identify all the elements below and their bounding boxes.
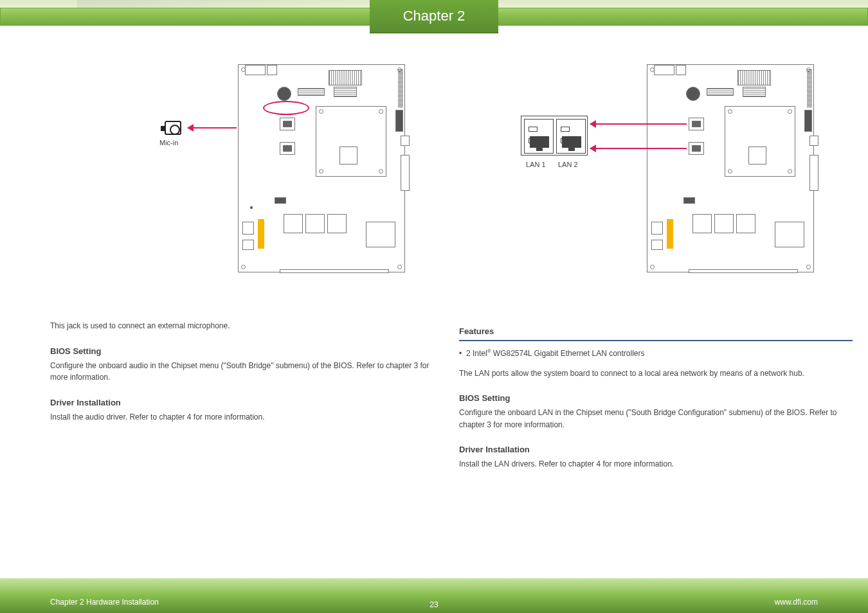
chip-icon [298, 88, 325, 96]
cpu-socket-icon [316, 106, 386, 177]
page-footer: Chapter 2 Hardware Installation 23 www.d… [0, 578, 868, 613]
io-port-icon [689, 118, 704, 130]
lan2-arrow-icon [590, 148, 687, 149]
socket-hole-icon [788, 169, 792, 173]
lan-ports-block-icon [521, 116, 588, 155]
io-slot-icon [692, 121, 701, 127]
driver-install-text: Install the LAN drivers. Refer to chapte… [459, 458, 853, 470]
jumper-dot-icon [250, 206, 253, 209]
lan-diagram: LAN 1 LAN 2 [459, 51, 853, 302]
socket-hole-icon [728, 169, 732, 173]
io-slot-icon [283, 145, 292, 152]
io-port-icon [280, 142, 295, 155]
cpu-die-icon [748, 147, 766, 164]
chip-icon [737, 70, 771, 85]
board-outline [647, 64, 814, 272]
chip-icon [329, 70, 362, 85]
mic-intro-text: This jack is used to connect an external… [50, 320, 444, 332]
mic-highlight-ellipse-icon [263, 101, 309, 115]
front-panel-icon [242, 240, 254, 250]
driver-install-title: Driver Installation [50, 398, 444, 407]
right-column: LAN 1 LAN 2 Features • 2 Intel® WG82574L… [459, 51, 853, 470]
io-port-icon [280, 118, 295, 130]
side-connector-icon [401, 136, 410, 146]
features-separator [459, 340, 853, 341]
socket-hole-icon [379, 109, 383, 114]
chip-icon [743, 87, 766, 97]
bios-setting-title: BIOS Setting [459, 393, 853, 403]
footer-right-text: www.dfi.com [775, 598, 818, 607]
chip-icon [707, 88, 734, 96]
front-panel-icon [651, 240, 663, 250]
bios-setting-text: Configure the onboard audio in the Chips… [50, 360, 444, 384]
front-panel-icon [651, 222, 663, 235]
board-outline [238, 64, 405, 272]
mic-arrow-icon [188, 127, 237, 129]
lan-led-icon [561, 123, 583, 128]
header-icon [804, 110, 812, 132]
left-column: Mic-in This jack is used to connect an e… [50, 51, 444, 423]
feature-text-suffix: WG82574L Gigabit Ethernet LAN controller… [491, 349, 644, 358]
side-connector-icon [401, 155, 410, 191]
socket-hole-icon [379, 169, 383, 173]
socket-hole-icon [728, 109, 732, 114]
lan2-label: LAN 2 [558, 159, 578, 170]
edge-connector-icon [689, 269, 798, 273]
top-connector-icon [654, 65, 674, 75]
front-panel-icon [242, 222, 254, 235]
slot-icon [692, 214, 712, 233]
io-slot-icon [283, 121, 292, 127]
battery-icon [686, 87, 700, 101]
mounting-hole-icon [806, 265, 811, 269]
bios-setting-text: Configure the onboard LAN in the Chipset… [459, 407, 853, 431]
cpu-socket-icon [725, 106, 795, 177]
driver-install-text: Install the audio driver. Refer to chapt… [50, 411, 444, 423]
driver-install-title: Driver Installation [459, 445, 853, 454]
top-connector-icon [676, 65, 686, 75]
io-port-icon [689, 142, 704, 155]
lan1-label: LAN 1 [526, 159, 546, 170]
slot-icon [714, 214, 734, 233]
chapter-tab: Chapter 2 [370, 0, 498, 32]
jumper-icon [275, 197, 286, 204]
edge-connector-icon [280, 269, 389, 273]
header-icon [395, 110, 403, 132]
top-connector-icon [245, 65, 266, 75]
chip-icon [334, 87, 357, 97]
mic-in-diagram: Mic-in [50, 51, 444, 302]
mounting-hole-icon [397, 265, 402, 269]
footer-page-number: 23 [424, 600, 444, 609]
slot-icon [327, 214, 347, 233]
side-connector-icon [809, 136, 818, 146]
features-title: Features [459, 326, 853, 336]
bios-setting-title: BIOS Setting [50, 346, 444, 356]
socket-hole-icon [788, 109, 792, 114]
socket-hole-icon [319, 109, 323, 114]
lan-led-icon [529, 123, 550, 128]
footer-left-text: Chapter 2 Hardware Installation [50, 598, 159, 607]
jumper-icon [683, 197, 695, 204]
feature-text-prefix: 2 Intel [466, 349, 487, 358]
lan-intro-text: The LAN ports allow the system board to … [459, 368, 853, 380]
slot-icon [736, 214, 755, 233]
slot-icon [284, 214, 303, 233]
connector-icon [775, 222, 804, 247]
side-connector-icon [809, 155, 818, 191]
connector-icon [366, 222, 395, 247]
mic-in-label: Mic-in [159, 138, 178, 148]
lan1-port-icon [524, 119, 554, 154]
lan1-arrow-icon [590, 123, 687, 125]
io-slot-icon [692, 145, 701, 152]
socket-hole-icon [319, 169, 323, 173]
mic-jack-icon [165, 121, 185, 136]
lan2-port-icon [556, 119, 586, 154]
gold-header-icon [667, 219, 673, 249]
cpu-die-icon [339, 147, 357, 164]
battery-icon [277, 87, 291, 101]
mounting-hole-icon [241, 265, 246, 269]
mounting-hole-icon [650, 265, 655, 269]
slot-icon [305, 214, 325, 233]
top-connector-icon [267, 65, 277, 75]
header-pins-icon [807, 69, 812, 107]
features-bullet: • 2 Intel® WG82574L Gigabit Ethernet LAN… [459, 348, 853, 360]
